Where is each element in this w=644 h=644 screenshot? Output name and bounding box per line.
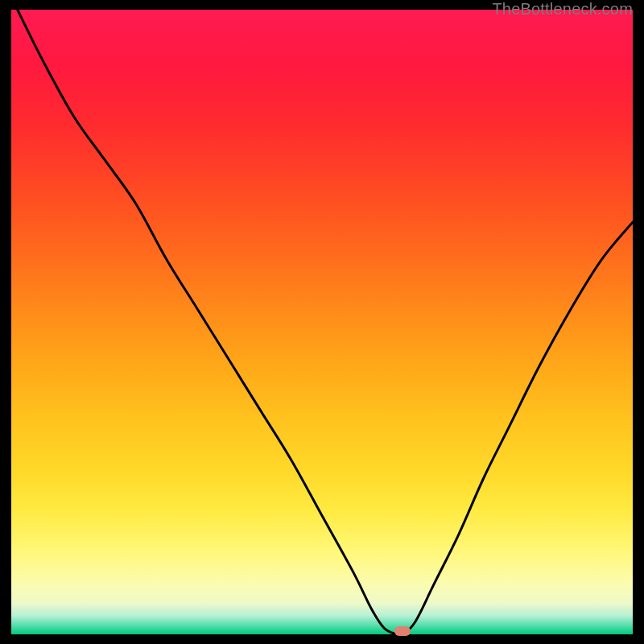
curve-path [18,10,633,634]
watermark-text: TheBottleneck.com [492,0,633,19]
bottleneck-curve [11,10,633,634]
min-marker [394,626,411,636]
chart-container: TheBottleneck.com [0,0,644,644]
plot-area [11,10,633,634]
